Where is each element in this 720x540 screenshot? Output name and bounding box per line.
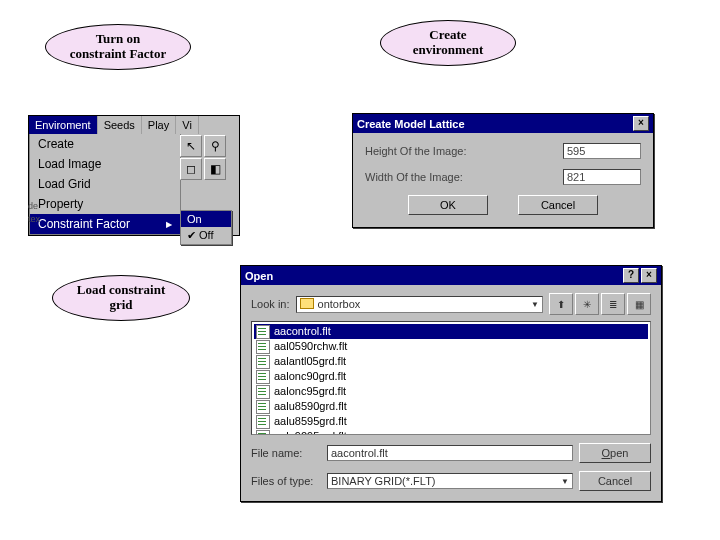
file-icon <box>256 385 270 399</box>
left-strip-b: tex <box>28 213 52 226</box>
mini-toolbar: ↖ ⚲ <box>180 135 226 157</box>
file-name: aalu9095grd.flt <box>274 429 347 435</box>
file-name: aacontrol.flt <box>274 324 331 339</box>
toolbar-tool-icon[interactable]: ⚲ <box>204 135 226 157</box>
toolbar-shape-icon[interactable]: ◻ <box>180 158 202 180</box>
dialog-body: Look in: ontorbox ▼ ⬆ ✳ ≣ ▦ aacontrol.fl… <box>241 285 661 501</box>
file-item[interactable]: aal0590rchw.flt <box>254 339 648 354</box>
check-icon: ✔ <box>187 229 196 241</box>
lookin-label: Look in: <box>251 298 290 310</box>
file-item[interactable]: aalu9095grd.flt <box>254 429 648 435</box>
width-label: Width Of the Image: <box>365 171 463 183</box>
file-icon <box>256 400 270 414</box>
menu-item-load-grid[interactable]: Load Grid <box>30 174 180 194</box>
menu-seeds[interactable]: Seeds <box>98 116 142 134</box>
nav-buttons: ⬆ ✳ ≣ ▦ <box>549 293 651 315</box>
list-view-icon[interactable]: ≣ <box>601 293 625 315</box>
file-item[interactable]: aalonc90grd.flt <box>254 369 648 384</box>
file-icon <box>256 355 270 369</box>
open-button-rest: pen <box>610 447 628 459</box>
dialog-title: Open <box>245 270 273 282</box>
lookin-value: ontorbox <box>318 298 528 310</box>
chevron-down-icon: ▼ <box>561 477 569 486</box>
filename-input[interactable]: aacontrol.flt <box>327 445 573 461</box>
create-model-lattice-dialog: Create Model Lattice × Height Of the Ima… <box>352 113 654 228</box>
callout-load-constraint-grid: Load constraint grid <box>52 275 190 321</box>
file-icon <box>256 370 270 384</box>
filename-label: File name: <box>251 447 321 459</box>
file-item[interactable]: aalu8595grd.flt <box>254 414 648 429</box>
filetype-label: Files of type: <box>251 475 321 487</box>
file-icon <box>256 430 270 436</box>
ok-button[interactable]: OK <box>408 195 488 215</box>
height-row: Height Of the Image: 595 <box>365 143 641 159</box>
submenu-arrow-icon: ▶ <box>166 220 172 229</box>
file-item[interactable]: aalonc95grd.flt <box>254 384 648 399</box>
file-name: aalantl05grd.flt <box>274 354 346 369</box>
menu-item-create[interactable]: Create <box>30 134 180 154</box>
menu-play[interactable]: Play <box>142 116 176 134</box>
filetype-dropdown[interactable]: BINARY GRID(*.FLT) ▼ <box>327 473 573 489</box>
dialog-title: Create Model Lattice <box>357 118 465 130</box>
open-button[interactable]: Open <box>579 443 651 463</box>
menu-item-load-image[interactable]: Load Image <box>30 154 180 174</box>
dialog-titlebar: Create Model Lattice × <box>353 114 653 133</box>
submenu-item-off[interactable]: ✔ Off <box>181 227 231 244</box>
file-name: aalu8595grd.flt <box>274 414 347 429</box>
dialog-buttons: OK Cancel <box>365 195 641 215</box>
width-input[interactable]: 821 <box>563 169 641 185</box>
width-row: Width Of the Image: 821 <box>365 169 641 185</box>
height-input[interactable]: 595 <box>563 143 641 159</box>
lookin-row: Look in: ontorbox ▼ ⬆ ✳ ≣ ▦ <box>251 293 651 315</box>
file-icon <box>256 340 270 354</box>
chevron-down-icon: ▼ <box>531 300 539 309</box>
callout-text: Load constraint grid <box>77 283 165 313</box>
submenu-item-on[interactable]: On <box>181 211 231 227</box>
new-folder-icon[interactable]: ✳ <box>575 293 599 315</box>
menu-bar: Enviroment Seeds Play Vi <box>29 116 239 134</box>
toolbar-pointer-icon[interactable]: ↖ <box>180 135 202 157</box>
constraint-factor-submenu: On ✔ Off <box>180 210 232 245</box>
toolbar-shape2-icon[interactable]: ◧ <box>204 158 226 180</box>
file-list[interactable]: aacontrol.flt aal0590rchw.flt aalantl05g… <box>251 321 651 435</box>
file-item[interactable]: aalantl05grd.flt <box>254 354 648 369</box>
callout-text: Turn on constraint Factor <box>70 32 166 62</box>
up-one-level-icon[interactable]: ⬆ <box>549 293 573 315</box>
cancel-button[interactable]: Cancel <box>579 471 651 491</box>
cancel-button[interactable]: Cancel <box>518 195 598 215</box>
file-name: aalu8590grd.flt <box>274 399 347 414</box>
lookin-dropdown[interactable]: ontorbox ▼ <box>296 296 543 313</box>
dialog-titlebar: Open ? × <box>241 266 661 285</box>
file-item[interactable]: aalu8590grd.flt <box>254 399 648 414</box>
file-name: aalonc90grd.flt <box>274 369 346 384</box>
details-view-icon[interactable]: ▦ <box>627 293 651 315</box>
file-name: aal0590rchw.flt <box>274 339 347 354</box>
close-icon[interactable]: × <box>641 268 657 283</box>
filetype-value: BINARY GRID(*.FLT) <box>331 475 436 487</box>
close-icon[interactable]: × <box>633 116 649 131</box>
callout-turn-on-constraint: Turn on constraint Factor <box>45 24 191 70</box>
mini-toolbar-row2: ◻ ◧ <box>180 158 226 180</box>
callout-create-environment: Create environment <box>380 20 516 66</box>
file-name: aalonc95grd.flt <box>274 384 346 399</box>
callout-text: Create environment <box>413 28 484 58</box>
help-icon[interactable]: ? <box>623 268 639 283</box>
left-strip: de tex <box>28 200 52 225</box>
filetype-row: Files of type: BINARY GRID(*.FLT) ▼ Canc… <box>251 471 651 491</box>
file-icon <box>256 325 270 339</box>
file-item[interactable]: aacontrol.flt <box>254 324 648 339</box>
menu-environment[interactable]: Enviroment <box>29 116 98 134</box>
submenu-item-label: Off <box>199 229 213 241</box>
folder-icon <box>300 298 314 311</box>
menu-vi[interactable]: Vi <box>176 116 199 134</box>
open-file-dialog: Open ? × Look in: ontorbox ▼ ⬆ ✳ ≣ ▦ aac… <box>240 265 662 502</box>
left-strip-a: de <box>28 200 52 213</box>
height-label: Height Of the Image: <box>365 145 467 157</box>
menu-item-property[interactable]: Property <box>30 194 180 214</box>
filename-row: File name: aacontrol.flt Open <box>251 443 651 463</box>
dialog-body: Height Of the Image: 595 Width Of the Im… <box>353 133 653 227</box>
file-icon <box>256 415 270 429</box>
menu-item-constraint-factor[interactable]: Constraint Factor ▶ <box>30 214 180 234</box>
